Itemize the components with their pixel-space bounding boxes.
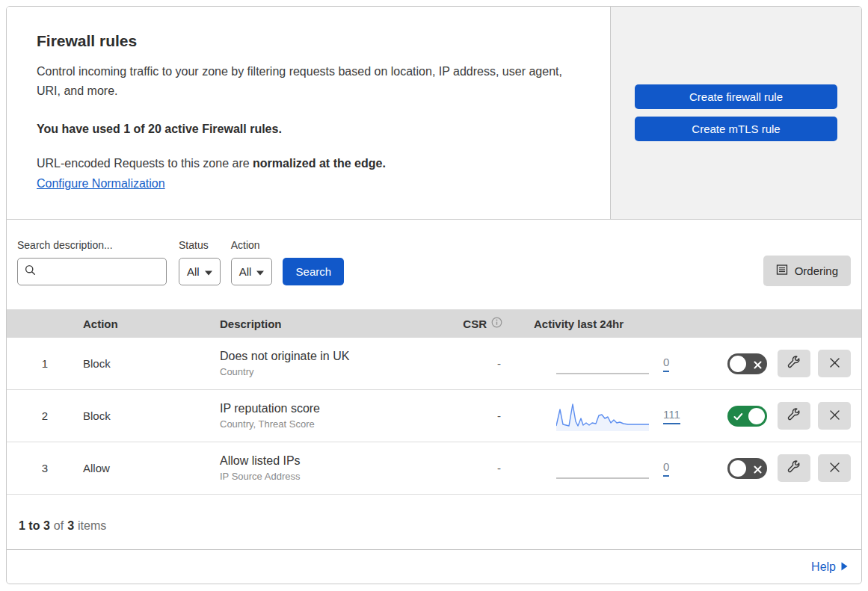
rule-controls — [713, 454, 861, 482]
activity-sparkline — [556, 401, 649, 431]
action-dropdown[interactable]: All — [231, 258, 273, 285]
rule-index: 3 — [7, 462, 73, 474]
create-mtls-rule-button[interactable]: Create mTLS rule — [635, 117, 837, 141]
rule-enabled-toggle[interactable] — [727, 353, 767, 374]
toggle-knob — [730, 356, 746, 372]
search-input-wrapper — [17, 258, 167, 285]
pagination-items: items — [78, 519, 106, 533]
firewall-rules-page: Firewall rules Control incoming traffic … — [6, 6, 862, 584]
intro-section: Firewall rules Control incoming traffic … — [7, 7, 861, 220]
pagination-total: 3 — [67, 519, 74, 533]
ordering-button[interactable]: Ordering — [763, 256, 851, 286]
rule-csr-value: - — [450, 409, 520, 422]
normalization-text: URL-encoded Requests to this zone are — [37, 157, 253, 170]
toggle-off-x-icon — [754, 463, 762, 477]
filter-bar: Search description... Status All Action … — [7, 220, 861, 309]
activity-count-link[interactable]: 111 — [663, 408, 680, 424]
rule-action: Block — [73, 409, 203, 422]
info-icon[interactable] — [491, 317, 502, 330]
action-label: Action — [231, 239, 283, 252]
normalization-bold-text: normalized at the edge. — [253, 157, 386, 170]
status-dropdown[interactable]: All — [179, 258, 221, 285]
help-link-label: Help — [811, 560, 836, 574]
usage-summary: You have used 1 of 20 active Firewall ru… — [37, 123, 580, 136]
action-filter-group: Action All — [231, 239, 283, 285]
delete-rule-button[interactable] — [818, 350, 851, 377]
rule-index: 2 — [7, 409, 73, 422]
search-input[interactable] — [40, 265, 159, 278]
page-title: Firewall rules — [37, 32, 580, 50]
intro-card: Firewall rules Control incoming traffic … — [7, 7, 610, 219]
activity-sparkline-empty — [556, 349, 649, 379]
rule-description: IP reputation score — [220, 402, 450, 415]
action-dropdown-value: All — [239, 265, 252, 278]
activity-count-link[interactable]: 0 — [663, 356, 669, 372]
edit-rule-button[interactable] — [778, 350, 810, 377]
csr-header-label: CSR — [463, 318, 487, 330]
status-filter-group: Status All — [179, 239, 231, 285]
delete-rule-button[interactable] — [818, 402, 851, 430]
help-arrow-icon — [841, 560, 848, 574]
search-icon — [25, 264, 36, 279]
toggle-off-x-icon — [754, 359, 762, 372]
pagination-range: 1 to 3 — [19, 519, 50, 533]
rule-enabled-toggle[interactable] — [727, 406, 767, 427]
edit-rule-button[interactable] — [778, 454, 810, 482]
help-bar: Help — [7, 550, 861, 584]
page-description: Control incoming traffic to your zone by… — [37, 62, 569, 100]
close-icon — [829, 357, 840, 371]
rule-action: Allow — [73, 462, 203, 474]
rule-fields: IP Source Address — [220, 471, 450, 482]
action-column-header: Action — [73, 318, 203, 330]
rule-description-cell: Allow listed IPs IP Source Address — [203, 454, 450, 482]
create-firewall-rule-button[interactable]: Create firewall rule — [635, 84, 837, 109]
table-row: 2 Block IP reputation score Country, Thr… — [7, 390, 861, 442]
rule-description: Does not originate in UK — [220, 350, 450, 363]
activity-count-link[interactable]: 0 — [663, 460, 669, 477]
close-icon — [829, 409, 840, 423]
actions-panel: Create firewall rule Create mTLS rule — [610, 7, 861, 219]
normalization-note: URL-encoded Requests to this zone are no… — [37, 157, 580, 170]
help-link[interactable]: Help — [811, 560, 848, 574]
rule-description-cell: IP reputation score Country, Threat Scor… — [203, 402, 450, 430]
rule-index: 1 — [7, 357, 73, 370]
description-column-header: Description — [203, 318, 450, 330]
rule-controls — [713, 402, 861, 430]
toggle-knob — [730, 460, 746, 477]
rule-activity-cell: 111 — [520, 401, 713, 431]
chevron-down-icon — [256, 265, 264, 278]
wrench-icon — [787, 355, 801, 372]
edit-rule-button[interactable] — [778, 402, 810, 430]
rule-description: Allow listed IPs — [220, 454, 450, 468]
status-dropdown-value: All — [187, 265, 200, 278]
wrench-icon — [787, 460, 801, 477]
rule-activity-cell: 0 — [520, 349, 713, 379]
rule-description-cell: Does not originate in UK Country — [203, 350, 450, 377]
configure-normalization-link[interactable]: Configure Normalization — [37, 177, 165, 191]
rule-fields: Country — [220, 366, 450, 377]
wrench-icon — [787, 407, 801, 424]
rule-activity-cell: 0 — [520, 454, 713, 483]
rule-enabled-toggle[interactable] — [727, 458, 767, 479]
toggle-on-check-icon — [733, 411, 743, 424]
table-row: 1 Block Does not originate in UK Country… — [7, 338, 861, 390]
search-label: Search description... — [17, 239, 179, 252]
pagination-of: of — [54, 519, 64, 533]
pagination: 1 to 3 of 3 items — [7, 495, 861, 550]
rule-csr-value: - — [450, 462, 520, 474]
ordering-button-label: Ordering — [795, 264, 838, 277]
search-group: Search description... — [17, 239, 179, 285]
rule-fields: Country, Threat Score — [220, 418, 450, 430]
activity-column-header: Activity last 24hr — [520, 318, 713, 330]
chevron-down-icon — [205, 265, 212, 278]
csr-column-header: CSR — [450, 317, 520, 330]
toggle-knob — [748, 408, 765, 424]
rule-csr-value: - — [450, 357, 520, 370]
close-icon — [829, 462, 840, 475]
delete-rule-button[interactable] — [818, 454, 851, 482]
ordering-list-icon — [776, 264, 788, 278]
table-header: Action Description CSR Activity last 24h… — [7, 309, 861, 338]
search-button[interactable]: Search — [283, 258, 344, 285]
activity-sparkline-empty — [556, 454, 649, 483]
rule-controls — [713, 350, 861, 377]
